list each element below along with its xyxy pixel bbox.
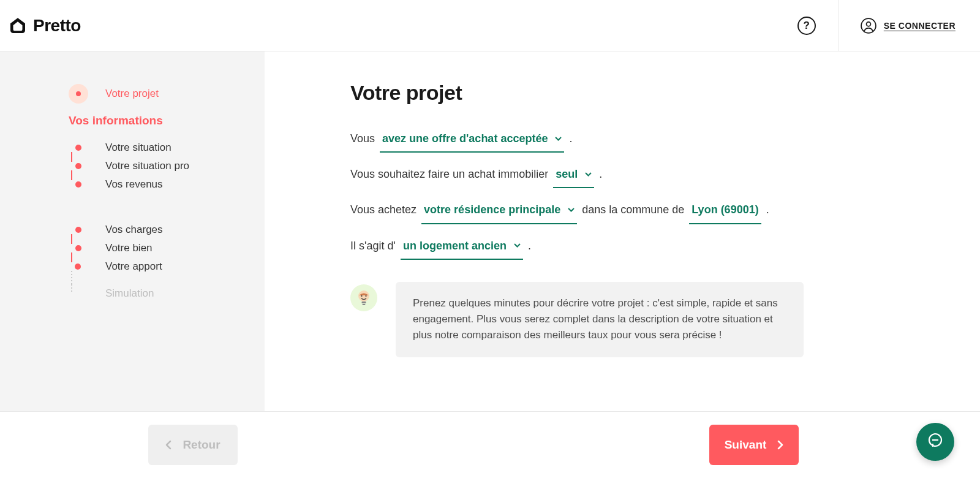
sentence-text: Vous achetez (350, 199, 417, 220)
sidebar-item-charges[interactable]: Vos charges (69, 221, 265, 239)
logo-icon (9, 17, 27, 35)
signin-label: SE CONNECTER (884, 21, 956, 31)
chevron-down-icon (555, 137, 562, 141)
chat-fab[interactable] (916, 423, 954, 461)
back-button: Retour (148, 425, 238, 465)
chevron-left-icon (165, 440, 172, 450)
chevron-down-icon (568, 208, 575, 212)
sentence-text: . (599, 164, 602, 184)
sidebar-item-label: Votre apport (105, 260, 162, 273)
sidebar-item-bien[interactable]: Votre bien (69, 239, 265, 257)
sidebar-item-label: Votre projet (105, 88, 159, 100)
step-bullet-icon (75, 163, 81, 169)
chevron-down-icon (585, 172, 592, 176)
header-right: ? SE CONNECTER (797, 0, 970, 51)
brand-logo[interactable]: Pretto (9, 16, 81, 36)
dropdown-property-usage[interactable]: votre résidence principale (421, 199, 577, 224)
dropdown-value: un logement ancien (403, 235, 507, 256)
step-bullet-icon (75, 245, 81, 251)
sidebar-item-apport[interactable]: Votre apport (69, 257, 265, 276)
form-sentence-3: Vous achetez votre résidence principale … (350, 199, 804, 224)
svg-rect-8 (362, 302, 366, 303)
next-label: Suivant (725, 438, 767, 452)
user-icon (861, 18, 876, 34)
form-sentence-2: Vous souhaitez faire un achat immobilier… (350, 164, 804, 188)
brand-name: Pretto (33, 16, 81, 36)
header: Pretto ? SE CONNECTER (0, 0, 980, 51)
svg-point-6 (361, 295, 362, 297)
sidebar-item-label: Votre situation (105, 142, 172, 154)
sentence-text: Vous souhaitez faire un achat immobilier (350, 164, 548, 184)
step-dotted-line-icon (81, 259, 82, 274)
sidebar-item-simulation: Simulation (69, 284, 265, 303)
tip-text: Prenez quelques minutes pour décrire vot… (396, 282, 804, 357)
help-icon: ? (804, 20, 810, 32)
sentence-text: Il s'agit d' (350, 235, 396, 256)
step-bullet-active-icon (69, 84, 88, 104)
sidebar-item-projet[interactable]: Votre projet (69, 81, 265, 107)
step-bullet-icon (75, 181, 81, 188)
lightbulb-avatar-icon (350, 284, 377, 311)
body: Votre projet Vos informations Votre situ… (0, 51, 980, 412)
signin-link[interactable]: SE CONNECTER (861, 18, 970, 34)
sidebar-section-title: Vos informations (69, 114, 265, 127)
chevron-right-icon (777, 440, 783, 450)
main: Votre projet Vous avez une offre d'achat… (265, 51, 980, 412)
sidebar-item-label: Simulation (105, 287, 154, 300)
footer: Retour Suivant (0, 412, 980, 478)
sidebar-item-label: Vos revenus (105, 178, 163, 191)
dropdown-buyer-count[interactable]: seul (553, 164, 594, 188)
step-bullet-icon (75, 264, 81, 270)
sidebar-item-situation-pro[interactable]: Votre situation pro (69, 157, 265, 175)
dropdown-value: votre résidence principale (424, 199, 560, 220)
back-label: Retour (183, 438, 220, 452)
sentence-text: Vous (350, 128, 375, 149)
sidebar-item-label: Votre situation pro (105, 160, 189, 172)
sentence-text: . (528, 235, 531, 256)
sidebar-item-revenus[interactable]: Vos revenus (69, 175, 265, 194)
svg-rect-9 (363, 304, 366, 305)
dropdown-property-type[interactable]: un logement ancien (401, 235, 523, 260)
dropdown-value: Lyon (69001) (692, 199, 758, 220)
chat-icon (926, 431, 944, 452)
tip-callout: Prenez quelques minutes pour décrire vot… (350, 282, 804, 357)
page-title: Votre projet (350, 81, 804, 105)
svg-point-7 (365, 295, 366, 297)
dropdown-city[interactable]: Lyon (69001) (689, 199, 761, 224)
header-divider (838, 0, 839, 51)
sentence-text: . (569, 128, 572, 149)
sidebar: Votre projet Vos informations Votre situ… (0, 51, 265, 412)
svg-point-1 (866, 21, 870, 26)
next-button[interactable]: Suivant (709, 425, 799, 465)
dropdown-value: avez une offre d'achat acceptée (382, 128, 548, 149)
sentence-text: . (766, 199, 769, 220)
sidebar-item-situation[interactable]: Votre situation (69, 138, 265, 157)
dropdown-value: seul (556, 164, 578, 184)
sidebar-item-label: Votre bien (105, 242, 153, 254)
step-bullet-icon (75, 145, 81, 151)
sentence-text: dans la commune de (582, 199, 684, 220)
chevron-down-icon (514, 243, 521, 248)
step-bullet-icon (75, 227, 81, 233)
form-sentence-1: Vous avez une offre d'achat acceptée . (350, 128, 804, 153)
dropdown-offer-status[interactable]: avez une offre d'achat acceptée (380, 128, 564, 153)
form-sentence-4: Il s'agit d' un logement ancien . (350, 235, 804, 260)
svg-point-5 (358, 290, 369, 302)
sidebar-item-label: Vos charges (105, 224, 163, 236)
help-button[interactable]: ? (797, 17, 816, 35)
